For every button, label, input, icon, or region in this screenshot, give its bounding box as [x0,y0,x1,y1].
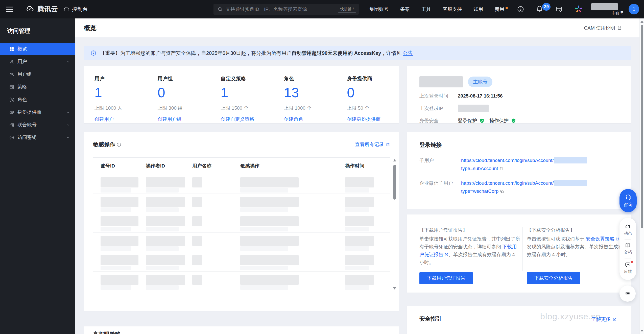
sub-user-login-row: 子用户 https://cloud.tencent.com/login/subA… [419,156,631,173]
user-group-icon [9,72,14,77]
col-op-time: 操作时间 [345,158,364,174]
avatar[interactable]: 1 [629,4,639,14]
sidebar-item-federated-accounts[interactable]: 联合账号 [0,118,75,131]
sub-user-login-url[interactable]: https://cloud.tencent.com/login/subAccou… [461,156,587,173]
global-search-input[interactable]: 支持通过实例ID、IP、名称等搜索资源 快捷键 / [213,4,359,15]
learn-more-link[interactable]: 了解更多 [591,316,617,323]
news-button[interactable]: 动态 [624,223,632,236]
wechat-sub-user-login-row: 企业微信子用户 https://cloud.tencent.com/login/… [419,179,631,195]
account-name-redacted [591,3,618,10]
sidebar-item-overview[interactable]: 概览 [0,43,75,55]
access-key-icon [9,135,14,140]
sidebar-item-identity-providers[interactable]: 身份提供商 [0,106,75,118]
scrollbar-thumb[interactable] [393,165,396,200]
page-scrollbar[interactable] [639,18,644,334]
create-idp-link[interactable]: 创建身份提供商 [347,116,380,123]
nav-link-icp[interactable]: 备案 [400,6,410,13]
nav-link-group-account[interactable]: 集团账号 [369,6,389,13]
cam-help-link[interactable]: CAM 使用说明 [584,25,622,31]
logo-text: 腾讯云 [37,5,58,14]
copy-icon[interactable] [499,166,504,171]
scroll-down-arrow[interactable] [393,287,396,290]
notice-banner: 【重要】为了增强您的账户与资产安全保障，自2025年6月30日起，将分批为所有用… [84,46,631,60]
create-policy-link[interactable]: 创建自定义策略 [221,116,254,123]
create-user-group-link[interactable]: 创建用户组 [158,116,182,123]
login-links-card: 登录链接 子用户 https://cloud.tencent.com/login… [407,132,631,209]
col-operator-id: 操作者ID [146,158,165,174]
table-row-redacted [93,213,390,233]
nav-link-billing[interactable]: 费用 [495,6,508,13]
stat-users: 用户 1 上限 1000 人 创建用户 [84,66,147,123]
scrollbar-thumb[interactable] [641,25,643,228]
stat-user-groups: 用户组 0 上限 300 组 创建用户组 [147,66,210,123]
docs-book-icon [625,242,631,249]
cloud-logo-icon [25,5,35,14]
sidebar-item-roles[interactable]: 角色 [0,93,75,106]
create-role-link[interactable]: 创建角色 [284,116,303,123]
url-redacted-highlight [554,157,587,163]
account-info-card: 主账号 上次登录时间 2025-08-17 16:11:56 上次登录IP 身份… [407,66,631,123]
sidebar-item-policies[interactable]: 策略 [0,81,75,93]
sidebar-item-user-groups[interactable]: 用户组 [0,68,75,81]
sidebar-item-access-keys[interactable]: 访问密钥 [0,131,75,144]
security-policy-link[interactable]: 安全设置策略 [586,236,614,242]
sidebar-divider [0,37,75,37]
feedback-chat-icon [625,261,631,268]
table-scrollbar[interactable] [393,159,397,290]
grid-overview-icon [9,46,14,52]
stat-roles: 角色 13 上限 1000 个 创建角色 [273,66,336,123]
table-row-redacted [93,174,390,194]
hamburger-menu-icon[interactable] [6,6,13,13]
assistant-pinwheel-icon[interactable] [574,5,583,14]
sidebar-item-users[interactable]: 用户 [0,55,75,68]
create-user-link[interactable]: 创建用户 [94,116,114,123]
high-privilege-policy-title: 高权限策略 [93,331,121,334]
feedback-button[interactable]: 反馈 [624,261,632,274]
role-icon [9,97,14,102]
sensitive-operations-title: 敏感操作 [93,141,115,148]
scroll-down-arrow[interactable] [640,330,643,332]
consult-button[interactable]: 咨询 [619,189,637,212]
nav-link-tools[interactable]: 工具 [421,6,431,13]
credential-report-section: 【下载用户凭证报告】 单击该按钮可获取用户凭证报告，其中列出了所有子账号凭证的安… [419,226,520,266]
chevron-down-icon [66,136,70,139]
console-home-link[interactable]: 控制台 [63,6,88,13]
home-icon [63,6,70,12]
download-credential-report-button[interactable]: 下载用户凭证报告 [419,272,473,284]
copy-icon[interactable] [500,189,504,194]
external-link-icon [386,142,390,147]
info-icon [90,50,97,56]
nav-link-trial[interactable]: 试用 [473,6,483,13]
table-row-redacted [93,252,390,272]
console-settings-icon[interactable] [555,6,563,13]
quick-settings-button[interactable] [619,285,636,302]
docs-button[interactable]: 文档 [624,242,632,255]
info-icon[interactable] [116,142,121,147]
table-row-redacted [93,272,390,291]
operation-protection-label: 操作保护 [489,117,509,124]
shield-check-icon [479,118,485,124]
divider [625,239,631,240]
sensitive-operations-card: 敏感操作 查看所有记录 账号ID 操作者ID 用户名称 敏感操作 操作时间 [84,132,399,311]
download-security-report-button[interactable]: 下载安全分析报告 [527,272,580,284]
notification-count-badge[interactable]: 29 [542,3,551,11]
nav-link-support[interactable]: 客服支持 [443,6,462,13]
announcement-link[interactable]: 公告 [403,50,413,56]
tencent-cloud-logo[interactable]: 腾讯云 [25,5,58,14]
savings-s-icon[interactable] [517,6,524,13]
scroll-up-arrow[interactable] [640,20,643,23]
wechat-sub-user-login-url[interactable]: https://cloud.tencent.com/login/subAccou… [461,179,587,195]
identity-provider-icon [9,110,14,115]
url-redacted-highlight [554,180,587,186]
scroll-up-arrow[interactable] [393,159,396,161]
top-navbar: 腾讯云 控制台 支持通过实例ID、IP、名称等搜索资源 快捷键 / 集团账号 备… [0,0,644,18]
search-placeholder: 支持通过实例ID、IP、名称等搜索资源 [226,6,338,13]
security-report-section: 【下载安全分析报告】 单击该按钮可获取我们基于 安全设置策略 发现的风险点以及推… [527,226,625,258]
navbar-links: 集团账号 备案 工具 客服支持 试用 费用 [369,0,508,18]
list-menu-icon [624,290,631,297]
navbar-divider [588,5,588,13]
view-all-records-link[interactable]: 查看所有记录 [355,141,390,148]
sensitive-operations-table: 账号ID 操作者ID 用户名称 敏感操作 操作时间 [93,157,390,291]
user-icon [9,59,14,64]
table-row-redacted [93,233,390,252]
